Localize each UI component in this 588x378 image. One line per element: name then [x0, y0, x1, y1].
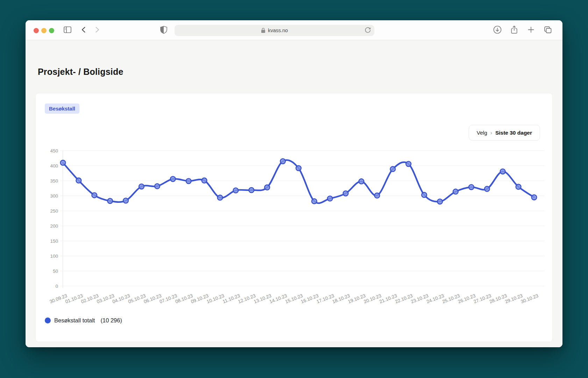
new-tab-button[interactable]	[526, 25, 536, 36]
y-tick-450: 450	[50, 148, 58, 154]
privacy-report-button[interactable]	[158, 25, 169, 36]
x-tick-28.10.23: 28.10.23	[489, 293, 508, 305]
close-window-button[interactable]	[34, 28, 39, 33]
shield-icon	[160, 26, 168, 35]
data-point-30.10.23[interactable]	[532, 195, 537, 200]
page-content: Prosjekt- / Boligside Besøkstall Velg › …	[26, 40, 562, 347]
data-point-23.10.23[interactable]	[421, 192, 427, 198]
y-tick-100: 100	[50, 254, 58, 259]
data-point-22.10.23[interactable]	[406, 162, 411, 167]
data-point-20.10.23[interactable]	[375, 193, 380, 198]
url-text: kvass.no	[268, 28, 288, 33]
x-tick-14.10.23: 14.10.23	[269, 293, 288, 305]
data-point-30.09.23[interactable]	[61, 160, 66, 165]
lock-icon	[261, 28, 265, 33]
x-tick-25.10.23: 25.10.23	[441, 293, 460, 305]
data-point-10.10.23[interactable]	[218, 195, 223, 200]
x-tick-30.10.23: 30.10.23	[520, 293, 539, 305]
browser-toolbar: kvass.no	[26, 20, 562, 40]
data-point-12.10.23[interactable]	[249, 187, 254, 193]
x-tick-07.10.23: 07.10.23	[159, 293, 178, 305]
downloads-button[interactable]	[492, 25, 503, 36]
legend-total: (10 296)	[100, 317, 122, 324]
x-tick-23.10.23: 23.10.23	[410, 293, 429, 305]
visits-line-chart: 05010015020025030035040045030.09.2301.10…	[36, 139, 553, 308]
data-point-03.10.23[interactable]	[107, 198, 113, 204]
tab-overview-button[interactable]	[542, 25, 553, 36]
x-tick-30.09.23: 30.09.23	[49, 293, 68, 305]
data-point-17.10.23[interactable]	[327, 196, 333, 201]
forward-button[interactable]	[92, 25, 102, 36]
data-point-25.10.23[interactable]	[453, 189, 458, 194]
sidebar-toggle-button[interactable]	[62, 25, 73, 36]
data-point-29.10.23[interactable]	[516, 184, 521, 190]
data-point-08.10.23[interactable]	[186, 179, 191, 184]
data-point-18.10.23[interactable]	[343, 191, 348, 196]
data-point-15.10.23[interactable]	[296, 166, 301, 171]
share-icon	[510, 25, 518, 36]
x-tick-03.10.23: 03.10.23	[96, 293, 115, 305]
back-button[interactable]	[79, 25, 89, 36]
page-title: Prosjekt- / Boligside	[38, 67, 123, 77]
data-point-09.10.23[interactable]	[202, 178, 207, 183]
date-range-selector[interactable]: Velg › Siste 30 dager	[469, 125, 540, 141]
x-tick-01.10.23: 01.10.23	[65, 293, 84, 305]
zoom-window-button[interactable]	[49, 28, 54, 33]
data-point-04.10.23[interactable]	[123, 198, 128, 203]
data-point-21.10.23[interactable]	[390, 166, 396, 172]
data-point-13.10.23[interactable]	[264, 185, 270, 190]
x-tick-27.10.23: 27.10.23	[473, 293, 492, 305]
y-tick-0: 0	[55, 284, 58, 289]
data-point-11.10.23[interactable]	[233, 188, 239, 193]
address-bar[interactable]: kvass.no	[175, 25, 374, 36]
download-icon	[493, 25, 502, 36]
data-point-06.10.23[interactable]	[155, 184, 160, 189]
y-tick-50: 50	[53, 269, 58, 274]
x-tick-06.10.23: 06.10.23	[143, 293, 162, 305]
x-tick-02.10.23: 02.10.23	[80, 293, 99, 305]
data-point-05.10.23[interactable]	[139, 184, 144, 189]
x-tick-26.10.23: 26.10.23	[457, 293, 476, 305]
x-tick-17.10.23: 17.10.23	[316, 293, 335, 305]
data-point-26.10.23[interactable]	[469, 185, 474, 190]
data-point-28.10.23[interactable]	[500, 169, 505, 174]
share-button[interactable]	[509, 25, 519, 36]
chart-area: 05010015020025030035040045030.09.2301.10…	[36, 139, 553, 308]
x-tick-19.10.23: 19.10.23	[347, 293, 366, 305]
x-tick-18.10.23: 18.10.23	[332, 293, 350, 305]
legend-item[interactable]: Besøkstall totalt (10 296)	[45, 317, 122, 324]
reload-button[interactable]	[364, 27, 371, 35]
data-point-24.10.23[interactable]	[437, 199, 442, 204]
legend-label: Besøkstall totalt	[54, 317, 95, 324]
x-tick-22.10.23: 22.10.23	[394, 293, 413, 305]
browser-window: kvass.no	[26, 20, 562, 347]
x-tick-11.10.23: 11.10.23	[222, 293, 241, 304]
sidebar-icon	[63, 26, 72, 35]
forward-icon	[93, 26, 101, 35]
data-point-19.10.23[interactable]	[359, 179, 364, 184]
data-point-16.10.23[interactable]	[312, 199, 317, 204]
x-tick-08.10.23: 08.10.23	[175, 293, 193, 305]
new-tab-icon	[527, 26, 535, 35]
data-point-02.10.23[interactable]	[92, 193, 97, 198]
tab-overview-icon	[543, 26, 552, 35]
x-tick-05.10.23: 05.10.23	[127, 293, 146, 305]
data-point-14.10.23[interactable]	[280, 159, 285, 164]
x-tick-16.10.23: 16.10.23	[300, 293, 319, 305]
y-tick-200: 200	[50, 223, 58, 229]
x-tick-15.10.23: 15.10.23	[284, 293, 303, 305]
range-prefix: Velg	[477, 130, 487, 136]
y-tick-250: 250	[50, 208, 58, 214]
x-tick-09.10.23: 09.10.23	[190, 293, 209, 305]
data-point-01.10.23[interactable]	[76, 178, 82, 183]
data-point-07.10.23[interactable]	[170, 177, 176, 182]
x-tick-04.10.23: 04.10.23	[112, 293, 130, 305]
minimize-window-button[interactable]	[41, 28, 47, 33]
x-tick-10.10.23: 10.10.23	[206, 293, 225, 305]
visits-card: Besøkstall Velg › Siste 30 dager 0501001…	[35, 93, 553, 342]
besokstall-badge[interactable]: Besøkstall	[45, 104, 79, 114]
y-tick-150: 150	[50, 238, 58, 244]
data-point-27.10.23[interactable]	[484, 186, 490, 192]
legend-dot-icon	[45, 318, 51, 323]
x-tick-24.10.23: 24.10.23	[426, 293, 445, 305]
